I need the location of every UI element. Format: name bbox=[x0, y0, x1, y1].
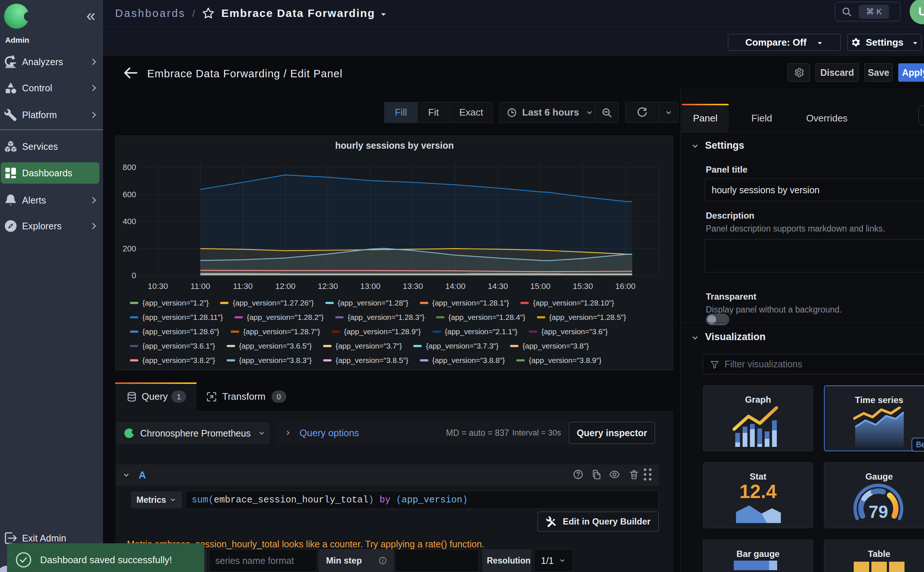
svg-text:79: 79 bbox=[869, 502, 888, 522]
